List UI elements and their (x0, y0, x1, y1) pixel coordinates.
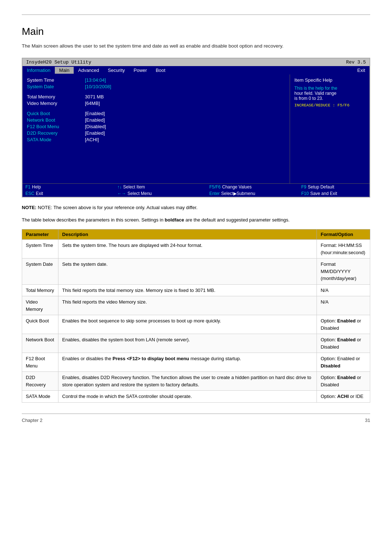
bios-body: System Time [13:04:04] System Date [10/1… (23, 74, 369, 183)
bios-select-item: ↑↓ Select Item (117, 184, 183, 190)
format-total-memory: N/A (317, 284, 370, 296)
param-f12-boot-menu: F12 Boot Menu (22, 353, 58, 372)
page-number: 31 (365, 418, 370, 423)
bios-row-video-memory: Video Memory [64MB] (27, 101, 285, 106)
bios-setup-default: F9 Setup Default (301, 184, 367, 190)
f9-key: F9 (301, 184, 306, 190)
bios-label-network-boot: Network Boot (27, 117, 85, 123)
desc-system-time: Sets the system time. The hours are disp… (58, 240, 317, 259)
bios-screen: InsydeH20 Setup Utility Rev 3.5 Informat… (22, 58, 370, 198)
table-row: SATA Mode Control the mode in which the … (22, 391, 370, 403)
save-exit-text: Save and Exit (310, 191, 337, 196)
nav-boot[interactable]: Boot (151, 67, 170, 74)
bios-footer: F1 Help ↑↓ Select Item F5/F6 Change Valu… (23, 183, 369, 197)
desc-sata-mode: Control the mode in which the SATA contr… (58, 391, 317, 403)
nav-main[interactable]: Main (55, 67, 74, 74)
bottom-divider (22, 414, 370, 414)
bios-title-bar: InsydeH20 Setup Utility Rev 3.5 (23, 58, 369, 66)
bios-row-system-date: System Date [10/10/2008] (27, 84, 285, 89)
bios-title: InsydeH20 Setup Utility (26, 60, 91, 65)
boldface-label: boldface (165, 217, 184, 223)
bios-title-spacer (91, 60, 346, 65)
nav-power[interactable]: Power (129, 67, 151, 74)
table-row: Quick Boot Enables the boot sequence to … (22, 315, 370, 334)
bios-row-total-memory: Total Memory 3071 MB (27, 94, 285, 99)
bios-row-system-time: System Time [13:04:04] (27, 77, 285, 83)
table-row: System Date Sets the system date. Format… (22, 259, 370, 285)
bios-value-quick-boot: [Enabled] (85, 111, 105, 116)
desc-total-memory: This field reports the total memory size… (58, 284, 317, 296)
arrow-key: ↑↓ (117, 184, 122, 190)
enter-text: Select▶Submenu (221, 191, 255, 196)
select-menu-text: Select Menu (127, 191, 152, 196)
bios-value-system-time: [13:04:04] (85, 77, 106, 83)
bios-row-quick-boot: Quick Boot [Enabled] (27, 111, 285, 116)
bios-value-system-date: [10/10/2008] (85, 84, 111, 89)
f1-key: F1 (25, 184, 30, 190)
desc-quick-boot: Enables the boot sequence to skip some p… (58, 315, 317, 334)
bios-label-sata-mode: SATA Mode (27, 137, 85, 142)
bios-label-d2d-recovery: D2D Recovery (27, 130, 85, 136)
note-label: NOTE: (22, 205, 36, 210)
bios-help-title: Item Specific Help (294, 77, 365, 83)
bios-value-video-memory: [64MB] (85, 101, 100, 106)
desc-d2d-recovery: Enables, disables D2D Recovery function.… (58, 372, 317, 391)
param-system-date: System Date (22, 259, 58, 285)
chapter-label: Chapter 2 (22, 418, 42, 423)
param-network-boot: Network Boot (22, 334, 58, 353)
nav-information[interactable]: Information (23, 67, 55, 74)
bios-row-network-boot: Network Boot [Enabled] (27, 117, 285, 123)
table-row: System Time Sets the system time. The ho… (22, 240, 370, 259)
bios-spacer-1 (27, 90, 285, 94)
bios-row-sata-mode: SATA Mode [ACHI] (27, 137, 285, 142)
desc-network-boot: Enables, disables the system boot from L… (58, 334, 317, 353)
nav-security[interactable]: Security (103, 67, 129, 74)
bios-right-panel: Item Specific Help This is the help for … (290, 74, 369, 183)
nav-exit[interactable]: Exit (353, 67, 369, 74)
lr-arrow-key: ←→ (117, 191, 126, 196)
bios-rev: Rev 3.5 (346, 60, 366, 65)
bios-row-d2d-recovery: D2D Recovery [Enabled] (27, 130, 285, 136)
col-parameter: Parameter (22, 229, 58, 240)
desc-video-memory: This field reports the video Memory size… (58, 296, 317, 315)
table-header-row: Parameter Description Format/Option (22, 229, 370, 240)
param-total-memory: Total Memory (22, 284, 58, 296)
f5f6-key: F5/F6 (209, 184, 221, 190)
format-network-boot: Option: Enabled orDisabled (317, 334, 370, 353)
col-description: Description (58, 229, 317, 240)
bios-esc-exit: ESC Exit (25, 191, 91, 196)
format-d2d-recovery: Option: Enabled orDisabled (317, 372, 370, 391)
bios-select-menu: ←→ Select Menu (117, 191, 183, 196)
bios-label-system-time: System Time (27, 77, 85, 83)
bios-enter-submenu: Enter Select▶Submenu (209, 191, 275, 196)
esc-text: Exit (36, 191, 43, 196)
bios-footer-row2: ESC Exit ←→ Select Menu Enter Select▶Sub… (23, 190, 369, 197)
bios-value-d2d-recovery: [Enabled] (85, 130, 105, 136)
table-row: F12 Boot Menu Enables or disables the Pr… (22, 353, 370, 372)
bios-label-video-memory: Video Memory (27, 101, 85, 106)
table-row: Total Memory This field reports the tota… (22, 284, 370, 296)
note-content: NOTE: The screen above is for your refer… (38, 205, 197, 210)
format-system-time: Format: HH:MM:SS(hour:minute:second) (317, 240, 370, 259)
bios-value-network-boot: [Enabled] (85, 117, 105, 123)
note-text: NOTE: NOTE: The screen above is for your… (22, 204, 370, 211)
bios-navbar: Information Main Advanced Security Power… (23, 66, 369, 74)
bios-label-total-memory: Total Memory (27, 94, 85, 99)
format-video-memory: N/A (317, 296, 370, 315)
bios-label-f12-boot-menu: F12 Boot Menu (27, 124, 85, 129)
nav-advanced[interactable]: Advanced (74, 67, 103, 74)
param-d2d-recovery: D2D Recovery (22, 372, 58, 391)
para-text: The table below describes the parameters… (22, 216, 370, 224)
desc-system-date: Sets the system date. (58, 259, 317, 285)
bios-f1-help: F1 Help (25, 184, 91, 190)
page-title: Main (22, 26, 370, 37)
col-format: Format/Option (317, 229, 370, 240)
bios-value-sata-mode: [ACHI] (85, 137, 99, 142)
format-f12-boot-menu: Option: Enabled orDisabled (317, 353, 370, 372)
table-row: Video Memory This field reports the vide… (22, 296, 370, 315)
bios-help-line2: hour field. Valid range (294, 91, 365, 96)
param-system-time: System Time (22, 240, 58, 259)
bios-value-total-memory: 3071 MB (85, 94, 104, 99)
bios-change-values: F5/F6 Change Values (209, 184, 275, 190)
select-item-text: Select Item (123, 184, 145, 190)
